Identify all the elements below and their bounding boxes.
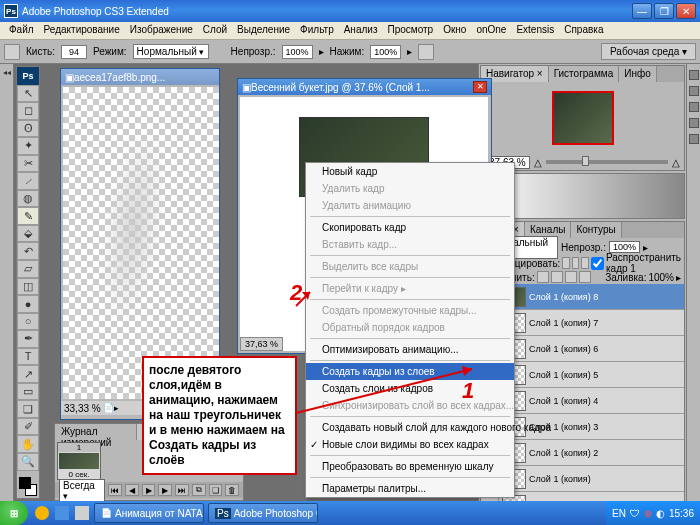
menu-item[interactable]: Новый кадр [306, 163, 514, 180]
menu-item[interactable]: Создать слои из кадров [306, 380, 514, 397]
menu-выделение[interactable]: Выделение [232, 22, 295, 39]
start-button[interactable]: ⊞ [0, 501, 28, 525]
layer-name[interactable]: Слой 1 (копия) [529, 474, 684, 484]
slice-tool[interactable]: ⟋ [17, 172, 39, 190]
layers-tab[interactable]: Контуры [571, 222, 621, 238]
menu-фильтр[interactable]: Фильтр [295, 22, 339, 39]
airbrush-icon[interactable] [418, 44, 434, 60]
zoom-tool[interactable]: 🔍 [17, 453, 39, 471]
menu-item[interactable]: Создавать новый слой для каждого нового … [306, 419, 514, 436]
language-indicator[interactable]: EN [612, 508, 626, 519]
layer-name[interactable]: Слой 1 (копия) 8 [529, 292, 684, 302]
lock-transparency-icon[interactable] [537, 271, 549, 283]
dock-icon[interactable] [689, 102, 699, 112]
dock-icon[interactable] [689, 134, 699, 144]
menu-extensis[interactable]: Extensis [511, 22, 559, 39]
layer-name[interactable]: Слой 1 (копия) 5 [529, 370, 684, 380]
unify-style-icon[interactable] [581, 257, 589, 269]
layer-name[interactable]: Слой 1 (копия) 7 [529, 318, 684, 328]
brush-tool[interactable]: ✎ [17, 207, 39, 225]
menu-справка[interactable]: Справка [559, 22, 608, 39]
loop-select[interactable]: Всегда ▾ [59, 479, 105, 502]
menu-item[interactable]: Новые слои видимы во всех кадрах [306, 436, 514, 453]
last-frame-button[interactable]: ⏭ [175, 484, 189, 496]
menu-просмотр[interactable]: Просмотр [382, 22, 438, 39]
menu-item[interactable]: Параметры палитры... [306, 480, 514, 497]
close-button[interactable]: ✕ [676, 3, 696, 19]
first-frame-button[interactable]: ⏮ [108, 484, 122, 496]
eyedropper-tool[interactable]: ✐ [17, 418, 39, 436]
toolbox-header[interactable]: Ps [17, 67, 39, 85]
history-brush-tool[interactable]: ↶ [17, 242, 39, 260]
quicklaunch-icon[interactable] [75, 506, 89, 520]
gradient-tool[interactable]: ◫ [17, 278, 39, 296]
dock-icon[interactable] [689, 70, 699, 80]
workspace-button[interactable]: Рабочая среда ▾ [601, 43, 696, 60]
wand-tool[interactable]: ✦ [17, 137, 39, 155]
doc2-close-button[interactable]: ✕ [473, 81, 487, 93]
layer-name[interactable]: Слой 1 (копия) 6 [529, 344, 684, 354]
lock-position-icon[interactable] [565, 271, 577, 283]
doc2-zoom[interactable]: 37,63 % [240, 337, 283, 351]
nav-tab[interactable]: Гистограмма [549, 66, 620, 82]
new-frame-button[interactable]: ❏ [209, 484, 223, 496]
menu-окно[interactable]: Окно [438, 22, 471, 39]
mode-select[interactable]: Нормальный ▾ [133, 44, 209, 59]
collapse-arrow-icon[interactable]: ◂◂ [3, 68, 11, 77]
nav-tab[interactable]: Инфо [619, 66, 657, 82]
opacity-arrow-icon[interactable]: ▸ [319, 46, 324, 57]
menu-редактирование[interactable]: Редактирование [39, 22, 125, 39]
crop-tool[interactable]: ✂ [17, 155, 39, 173]
propagate-checkbox[interactable] [591, 257, 604, 270]
next-frame-button[interactable]: ▶ [158, 484, 172, 496]
unify-position-icon[interactable] [562, 257, 570, 269]
tray-icon[interactable]: ◐ [656, 508, 665, 519]
maximize-button[interactable]: ❐ [654, 3, 674, 19]
dock-icon[interactable] [689, 118, 699, 128]
move-tool[interactable]: ↖ [17, 85, 39, 103]
brush-preset-icon[interactable] [4, 44, 20, 60]
tween-button[interactable]: ⧉ [192, 484, 206, 496]
zoom-out-icon[interactable]: △ [534, 157, 542, 168]
doc2-titlebar[interactable]: ▣ Весенний букет.jpg @ 37.6% (Слой 1...✕ [238, 79, 491, 95]
doc1-zoom[interactable]: 33,33 % [64, 403, 101, 414]
eraser-tool[interactable]: ▱ [17, 260, 39, 278]
delete-frame-button[interactable]: 🗑 [225, 484, 239, 496]
unify-visibility-icon[interactable] [572, 257, 580, 269]
tray-icon[interactable]: ⊗ [644, 508, 652, 519]
lock-all-icon[interactable] [579, 271, 591, 283]
animation-frame-1[interactable]: 1 0 сек. [57, 442, 101, 480]
pen-tool[interactable]: ✒ [17, 330, 39, 348]
menu-файл[interactable]: Файл [4, 22, 39, 39]
zoom-slider[interactable] [546, 160, 668, 164]
layer-name[interactable]: Слой 1 (копия) 4 [529, 396, 684, 406]
brush-size-field[interactable]: 94 [61, 45, 87, 59]
tab-measurement-log[interactable]: Журнал измерений [55, 424, 137, 440]
opacity-field[interactable]: 100% [282, 45, 313, 59]
layer-name[interactable]: Слой 1 (копия) 2 [529, 448, 684, 458]
heal-tool[interactable]: ◍ [17, 190, 39, 208]
play-button[interactable]: ▶ [142, 484, 156, 496]
flow-arrow-icon[interactable]: ▸ [407, 46, 412, 57]
menu-item[interactable]: Оптимизировать анимацию... [306, 341, 514, 358]
menu-item[interactable]: Создать кадры из слоев [306, 363, 514, 380]
hand-tool[interactable]: ✋ [17, 435, 39, 453]
flow-field[interactable]: 100% [370, 45, 401, 59]
menu-item[interactable]: Преобразовать во временную шкалу [306, 458, 514, 475]
quicklaunch-icon[interactable] [35, 506, 49, 520]
path-tool[interactable]: ↗ [17, 365, 39, 383]
type-tool[interactable]: T [17, 348, 39, 366]
notes-tool[interactable]: ❏ [17, 400, 39, 418]
lasso-tool[interactable]: ʘ [17, 120, 39, 138]
stamp-tool[interactable]: ⬙ [17, 225, 39, 243]
taskbar-app-1[interactable]: 📄 Анимация от NATALI... [94, 503, 204, 523]
blur-tool[interactable]: ● [17, 295, 39, 313]
dock-icon[interactable] [689, 86, 699, 96]
foreground-color[interactable] [19, 477, 31, 489]
minimize-button[interactable]: — [632, 3, 652, 19]
tray-icon[interactable]: 🛡 [630, 508, 640, 519]
dodge-tool[interactable]: ○ [17, 313, 39, 331]
clock[interactable]: 15:36 [669, 508, 694, 519]
menu-item[interactable]: Скопировать кадр [306, 219, 514, 236]
doc1-titlebar[interactable]: ▣ aecea17aef8b.png... [61, 69, 219, 85]
